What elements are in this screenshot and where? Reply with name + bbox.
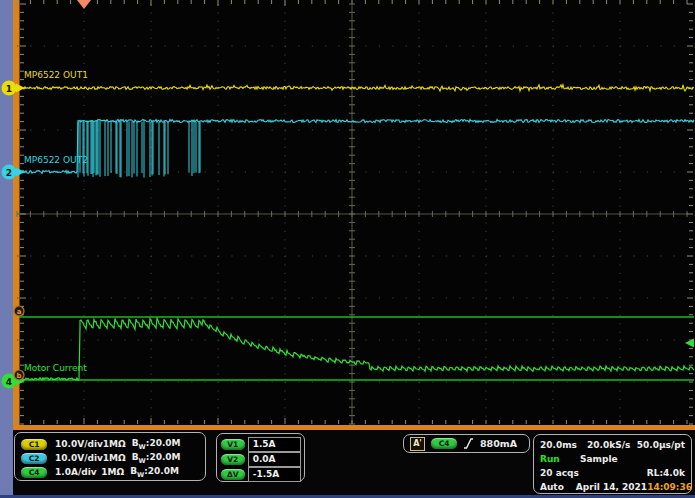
channel4-trace-label: Motor Current bbox=[24, 363, 87, 373]
acquisition-count: 20 acqs bbox=[540, 468, 579, 478]
trigger-mode: Auto bbox=[540, 482, 564, 492]
channel2-trace-label: MP6522 OUT2 bbox=[24, 155, 88, 165]
channel1-marker-label: 1 bbox=[6, 84, 12, 94]
channel4-impedance: 1MΩ bbox=[101, 467, 124, 477]
channel4-settings-row[interactable]: C4 1.0A/div 1MΩ BW:20.0M bbox=[21, 465, 199, 479]
run-state-row: Run Sample bbox=[540, 452, 685, 466]
acq-count-row: 20 acqs RL:4.0k bbox=[540, 466, 685, 480]
channel4-marker-label: 4 bbox=[6, 377, 12, 387]
channel4-scale: 1.0A/div bbox=[55, 467, 101, 477]
trigger-event-badge: A' bbox=[410, 437, 425, 451]
channel2-scale: 10.0V/div bbox=[55, 453, 103, 463]
cursor-a-marker[interactable]: a bbox=[14, 306, 24, 316]
timebase-value: 20.0ms bbox=[540, 440, 577, 450]
cursor-b-marker[interactable]: b bbox=[14, 370, 24, 380]
cursor-a-label: a bbox=[17, 308, 22, 316]
cursor-v2-value: 0.0A bbox=[248, 452, 301, 467]
channel1-settings-row[interactable]: C1 10.0V/div 1MΩ BW:20.0M bbox=[21, 437, 199, 451]
channel1-scale: 10.0V/div bbox=[55, 439, 103, 449]
cursor-readout-box[interactable]: V1 1.5A V2 0.0A ΔV -1.5A bbox=[216, 433, 305, 482]
cursor-delta-badge[interactable]: ΔV bbox=[221, 469, 245, 480]
channel4-badge[interactable]: C4 bbox=[21, 467, 47, 478]
channel-settings-box[interactable]: C1 10.0V/div 1MΩ BW:20.0M C2 10.0V/div 1… bbox=[14, 432, 206, 481]
cursor-delta-row[interactable]: ΔV -1.5A bbox=[221, 467, 301, 482]
channel1-bandwidth: BW:20.0M bbox=[132, 438, 181, 451]
date-value: April 14, 2021 bbox=[576, 482, 647, 492]
channel2-marker-label: 2 bbox=[6, 168, 12, 178]
run-state: Run bbox=[540, 454, 580, 464]
channel4-bandwidth: BW:20.0M bbox=[130, 466, 179, 479]
channel2-bandwidth: BW:20.0M bbox=[132, 452, 181, 465]
resolution-value: 50.0µs/pt bbox=[637, 440, 685, 450]
cursor-delta-value: -1.5A bbox=[248, 467, 301, 482]
cursor-b-label: b bbox=[16, 372, 21, 380]
cursor-v1-value: 1.5A bbox=[248, 437, 301, 452]
cursor-v2-row[interactable]: V2 0.0A bbox=[221, 452, 301, 467]
acquisition-mode: Sample bbox=[580, 454, 618, 464]
trigger-readout-box[interactable]: A' C4 880mA bbox=[403, 434, 530, 453]
time-value: 14:09:36 bbox=[647, 482, 692, 492]
status-bar: C1 10.0V/div 1MΩ BW:20.0M C2 10.0V/div 1… bbox=[0, 430, 695, 495]
trigger-level-value: 880mA bbox=[480, 438, 517, 449]
timebase-row: 20.0ms 20.0kS/s 50.0µs/pt bbox=[540, 438, 685, 452]
cursor-v2-badge[interactable]: V2 bbox=[221, 454, 245, 465]
oscilloscope-screen: 1 2 4 a b MP6522 OUT1 MP6522 OUT2 Motor … bbox=[0, 0, 695, 498]
channel2-impedance: 1MΩ bbox=[103, 453, 126, 463]
frame-left bbox=[13, 0, 20, 430]
waveform-display: 1 2 4 a b MP6522 OUT1 MP6522 OUT2 Motor … bbox=[0, 0, 695, 430]
date-time-row: Auto April 14, 2021 14:09:36 bbox=[540, 480, 685, 494]
cursor-v1-row[interactable]: V1 1.5A bbox=[221, 437, 301, 452]
rising-edge-icon bbox=[463, 437, 474, 450]
trigger-source-badge[interactable]: C4 bbox=[431, 438, 457, 449]
channel1-trace-label: MP6522 OUT1 bbox=[24, 70, 88, 80]
cursor-v1-badge[interactable]: V1 bbox=[221, 439, 245, 450]
sample-rate-value: 20.0kS/s bbox=[587, 440, 630, 450]
channel2-settings-row[interactable]: C2 10.0V/div 1MΩ BW:20.0M bbox=[21, 451, 199, 465]
channel1-impedance: 1MΩ bbox=[103, 439, 126, 449]
channel2-badge[interactable]: C2 bbox=[21, 453, 47, 464]
channel1-badge[interactable]: C1 bbox=[21, 439, 47, 450]
record-length: RL:4.0k bbox=[647, 468, 685, 478]
acquisition-readout-box[interactable]: 20.0ms 20.0kS/s 50.0µs/pt Run Sample 20 … bbox=[533, 434, 692, 494]
